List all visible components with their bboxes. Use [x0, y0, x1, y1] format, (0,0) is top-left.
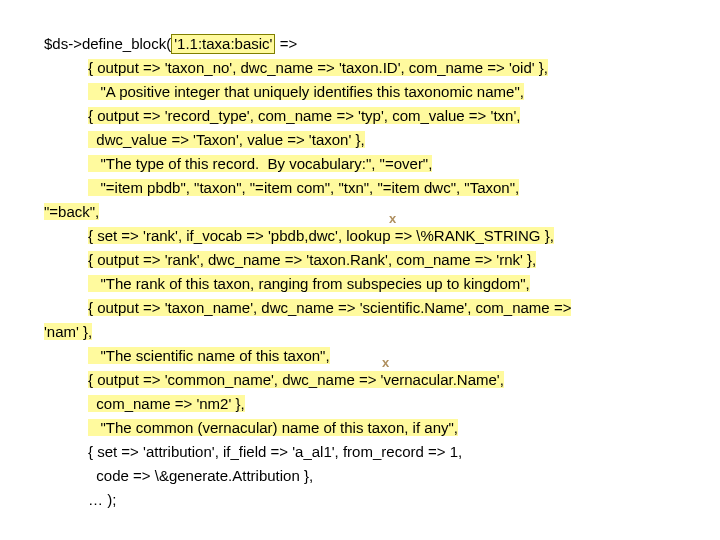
code-line-14: "The scientific name of this taxon",x — [44, 344, 676, 368]
code-line-16: com_name => 'nm2' }, — [44, 392, 676, 416]
code-line-12: { output => 'taxon_name', dwc_name => 's… — [44, 296, 676, 320]
code-line-18: { set => 'attribution', if_field => 'a_a… — [44, 440, 676, 464]
code-line-2: { output => 'taxon_no', dwc_name => 'tax… — [44, 56, 676, 80]
code-line-5: dwc_value => 'Taxon', value => 'taxon' }… — [44, 128, 676, 152]
code-line-1: $ds->define_block('1.1:taxa:basic' => — [44, 32, 676, 56]
code-line-3: "A positive integer that uniquely identi… — [44, 80, 676, 104]
code-line-10: { output => 'rank', dwc_name => 'taxon.R… — [44, 248, 676, 272]
code-prefix: $ds->define_block( — [44, 35, 171, 52]
code-line-13: 'nam' }, — [44, 320, 676, 344]
code-line-6: "The type of this record. By vocabulary:… — [44, 152, 676, 176]
code-line-15: { output => 'common_name', dwc_name => '… — [44, 368, 676, 392]
code-line-9: { set => 'rank', if_vocab => 'pbdb,dwc',… — [44, 224, 676, 248]
code-line-17: "The common (vernacular) name of this ta… — [44, 416, 676, 440]
code-line-11: "The rank of this taxon, ranging from su… — [44, 272, 676, 296]
code-line-4: { output => 'record_type', com_name => '… — [44, 104, 676, 128]
code-line-8: "=back",x — [44, 200, 676, 224]
block-name-highlighted: '1.1:taxa:basic' — [171, 34, 275, 54]
code-line-19: code => \&generate.Attribution }, — [44, 464, 676, 488]
code-line-20: … ); — [44, 488, 676, 512]
code-line-7: "=item pbdb", "taxon", "=item com", "txn… — [44, 176, 676, 200]
code-suffix: => — [275, 35, 297, 52]
